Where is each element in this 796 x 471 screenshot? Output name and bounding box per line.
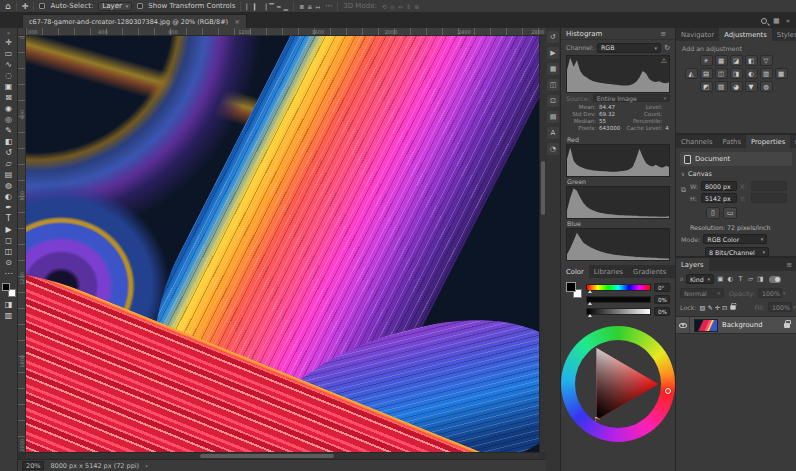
horizontal-ruler[interactable]: 00040080012001600200024002800 bbox=[26, 28, 546, 36]
zoom-level-field[interactable]: 20% bbox=[22, 461, 44, 470]
spot-healing-tool[interactable]: ◎ bbox=[1, 114, 17, 125]
pen-tool[interactable]: ✒ bbox=[1, 202, 17, 213]
panel-menu-icon[interactable]: ≡ bbox=[782, 258, 796, 271]
black-white-icon[interactable]: ◫ bbox=[715, 68, 728, 79]
filter-adjustment-icon[interactable]: ◐ bbox=[726, 275, 735, 283]
disclosure-icon[interactable]: ∨ bbox=[681, 171, 685, 177]
brightness-contrast-icon[interactable]: ☀ bbox=[700, 55, 713, 66]
color-wheel[interactable] bbox=[561, 326, 675, 442]
crop-tool[interactable]: ▣ bbox=[1, 81, 17, 92]
tab-layers[interactable]: Layers bbox=[676, 258, 709, 271]
invert-icon[interactable]: ▩ bbox=[775, 68, 788, 79]
type-tool[interactable]: T bbox=[1, 213, 17, 224]
align-right-icon[interactable]: ▕ bbox=[262, 3, 267, 10]
filter-type-icon[interactable]: T bbox=[736, 275, 745, 283]
tab-gradients[interactable]: Gradients bbox=[628, 265, 671, 278]
eye-icon[interactable] bbox=[679, 323, 687, 328]
tab-channels[interactable]: Channels bbox=[676, 135, 717, 148]
foreground-color-swatch[interactable] bbox=[2, 283, 10, 291]
horizontal-scrollbar[interactable] bbox=[26, 452, 539, 459]
vertical-scrollbar-thumb[interactable] bbox=[541, 161, 545, 215]
actions-icon[interactable]: ▶ bbox=[547, 47, 559, 59]
height-field[interactable]: 5142 px bbox=[701, 193, 737, 203]
filter-pixel-icon[interactable]: ▣ bbox=[716, 275, 725, 283]
tab-properties[interactable]: Properties bbox=[746, 135, 790, 148]
path-selection-tool[interactable]: ▶ bbox=[1, 224, 17, 235]
panel-menu-icon[interactable]: ≡ bbox=[656, 30, 670, 38]
show-transform-checkbox[interactable] bbox=[137, 3, 143, 9]
eyedropper-tool[interactable]: ◉ bbox=[1, 103, 17, 114]
auto-select-checkbox[interactable] bbox=[39, 3, 45, 9]
layer-visibility-cell[interactable] bbox=[676, 317, 690, 333]
filter-shape-icon[interactable]: ▱ bbox=[746, 275, 755, 283]
workspace-icon[interactable]: ▦ bbox=[773, 17, 780, 25]
channel-dropdown[interactable]: RGB bbox=[597, 43, 661, 53]
align-left-icon[interactable]: ▏ bbox=[246, 3, 251, 10]
align-middle-icon[interactable]: ━ bbox=[277, 3, 281, 10]
vertical-scrollbar[interactable] bbox=[539, 36, 546, 452]
slider-thumb[interactable] bbox=[588, 290, 592, 293]
canvas-section-header[interactable]: ∨ Canvas bbox=[676, 168, 796, 180]
color-mode-dropdown[interactable]: RGB Color bbox=[703, 234, 767, 244]
distribute-spacing-icon[interactable]: ∺ bbox=[315, 3, 320, 10]
panel-color-swatches[interactable] bbox=[566, 282, 582, 298]
width-field[interactable]: 8000 px bbox=[701, 181, 737, 191]
align-bottom-icon[interactable]: ▁ bbox=[284, 3, 289, 10]
vibrance-icon[interactable]: ▽ bbox=[760, 55, 773, 66]
align-center-h-icon[interactable]: ▎ bbox=[254, 3, 259, 10]
slider-track[interactable] bbox=[586, 308, 651, 315]
rectangle-tool[interactable]: ◻ bbox=[1, 235, 17, 246]
link-dimensions-icon[interactable]: ⧉ bbox=[681, 186, 686, 194]
curves-icon[interactable]: ◪ bbox=[730, 55, 743, 66]
photo-filter-icon[interactable]: ◨ bbox=[730, 68, 743, 79]
tab-libraries[interactable]: Libraries bbox=[589, 265, 628, 278]
info-icon[interactable]: ⊡ bbox=[547, 95, 559, 107]
channel-mixer-icon[interactable]: ◐ bbox=[745, 68, 758, 79]
uncached-warning-icon[interactable]: ⚠ bbox=[661, 57, 667, 65]
slider-track[interactable] bbox=[586, 284, 651, 291]
notes-icon[interactable]: ▤ bbox=[547, 111, 559, 123]
slider-thumb[interactable] bbox=[588, 302, 592, 305]
dodge-tool[interactable]: ◐ bbox=[1, 191, 17, 202]
edit-toolbar-button[interactable]: ⋯ bbox=[1, 268, 17, 279]
saturation-slider[interactable]: 0% bbox=[586, 295, 670, 304]
portrait-orientation-button[interactable]: ▯ bbox=[706, 207, 720, 219]
color-lookup-icon[interactable]: ▥ bbox=[760, 68, 773, 79]
canvas-viewport[interactable] bbox=[26, 36, 539, 452]
distribute-horizontal-icon[interactable]: ≡ bbox=[307, 3, 312, 10]
eraser-tool[interactable]: ▱ bbox=[1, 158, 17, 169]
tab-adjustments[interactable]: Adjustments bbox=[719, 28, 772, 41]
marquee-tool[interactable]: ▭ bbox=[1, 48, 17, 59]
home-icon[interactable]: ⌂ bbox=[5, 1, 11, 11]
slider-value-field[interactable]: 0° bbox=[654, 283, 670, 292]
distribute-vertical-icon[interactable]: ≣ bbox=[299, 3, 304, 10]
align-top-icon[interactable]: ▔ bbox=[269, 3, 274, 10]
bit-depth-dropdown[interactable]: 8 Bits/Channel bbox=[705, 247, 769, 257]
search-icon[interactable] bbox=[761, 18, 767, 24]
filter-kind-dropdown[interactable]: Kind bbox=[686, 274, 714, 284]
more-options-icon[interactable]: ⋯ bbox=[325, 2, 332, 10]
tab-navigator[interactable]: Navigator bbox=[676, 28, 719, 41]
move-tool-icon[interactable]: ✛ bbox=[22, 2, 29, 11]
foreground-color-swatch[interactable] bbox=[566, 282, 576, 292]
filter-smartobject-icon[interactable]: ◨ bbox=[756, 275, 765, 283]
move-tool[interactable]: ✛ bbox=[1, 37, 17, 48]
layer-thumbnail[interactable] bbox=[694, 319, 718, 332]
object-selection-tool[interactable]: ◌ bbox=[1, 70, 17, 81]
adjustments-dock-icon[interactable]: ▦ bbox=[547, 63, 559, 75]
panel-menu-icon[interactable]: ≡ bbox=[790, 135, 796, 148]
color-swatches[interactable] bbox=[2, 283, 16, 297]
tab-styles[interactable]: Styles bbox=[772, 28, 796, 41]
color-balance-icon[interactable]: ▤ bbox=[700, 68, 713, 79]
horizontal-scrollbar-thumb[interactable] bbox=[200, 454, 333, 458]
hue-ring-marker[interactable] bbox=[665, 388, 671, 394]
lock-position-icon[interactable]: ✛ bbox=[715, 304, 720, 311]
levels-icon[interactable]: ▦ bbox=[715, 55, 728, 66]
slider-thumb[interactable] bbox=[588, 314, 592, 317]
slider-value-field[interactable]: 0% bbox=[654, 307, 670, 316]
fill-field[interactable]: 100% bbox=[768, 302, 792, 312]
lock-all-icon[interactable]: ⊡ bbox=[722, 304, 727, 311]
opacity-field[interactable]: 100% bbox=[758, 288, 782, 298]
character-icon[interactable]: A bbox=[547, 127, 559, 139]
zoom-tool[interactable]: ⊙ bbox=[1, 257, 17, 268]
